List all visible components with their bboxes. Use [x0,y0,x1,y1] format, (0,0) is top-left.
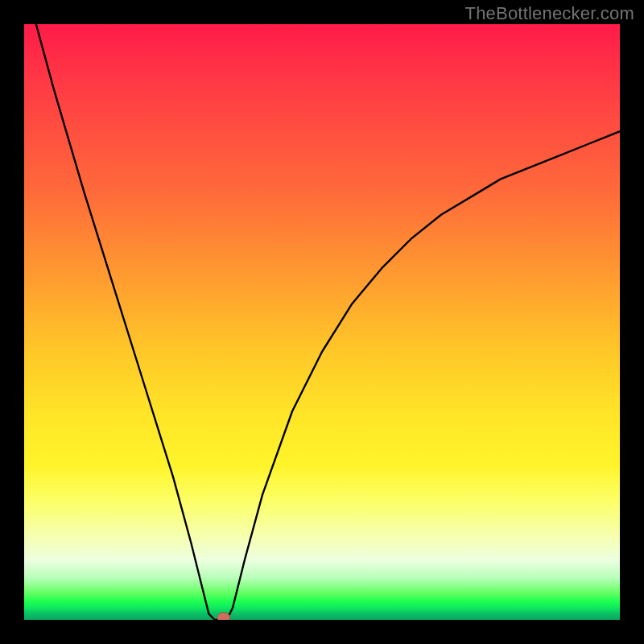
chart-frame: TheBottlenecker.com [0,0,644,644]
bottleneck-curve-path [36,24,620,620]
optimal-point-marker [217,613,230,620]
watermark-text: TheBottlenecker.com [465,3,634,24]
plot-area [24,24,620,620]
bottleneck-curve-svg [24,24,620,620]
